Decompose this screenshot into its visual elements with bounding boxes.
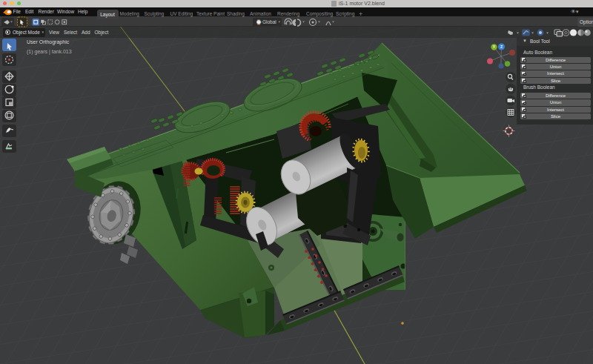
svg-text:Z: Z	[500, 44, 503, 49]
